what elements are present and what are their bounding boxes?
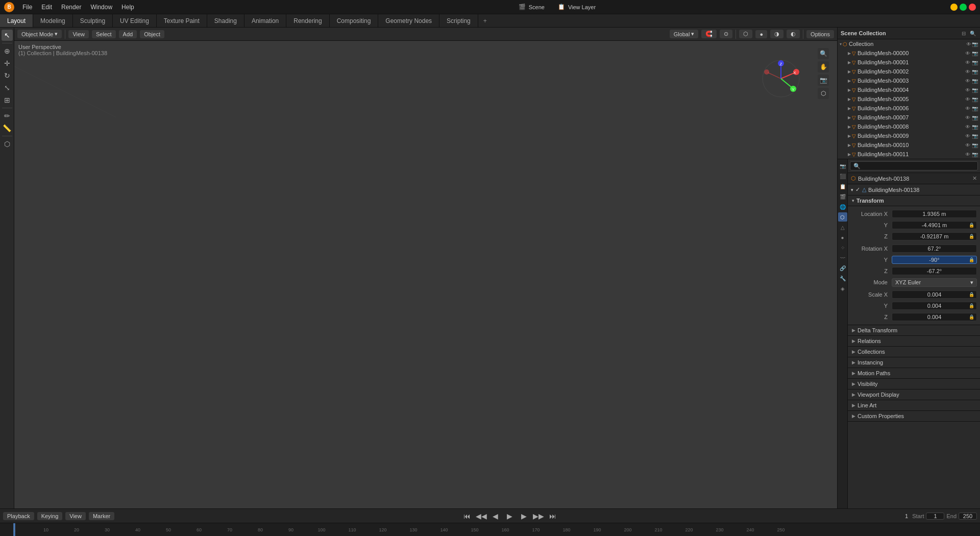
outliner-item-10[interactable]: ▶ ▽ BuildingMesh-00010 👁 📷 <box>838 140 980 150</box>
menu-window[interactable]: Window <box>86 3 116 12</box>
tab-scripting[interactable]: Scripting <box>439 14 478 27</box>
timeline-view-menu[interactable]: View <box>65 512 86 520</box>
prop-icon-view-layer[interactable]: 📋 <box>838 182 847 191</box>
options-btn[interactable]: Options <box>806 30 834 38</box>
rotation-mode-select[interactable]: XYZ Euler ▾ <box>892 278 977 287</box>
select-menu[interactable]: Select <box>92 30 116 38</box>
play-button[interactable]: ▶ <box>504 510 516 522</box>
location-z-value[interactable]: -0.92187 m 🔒 <box>892 232 977 240</box>
tool-cursor[interactable]: ⊕ <box>2 45 13 57</box>
item-render-10[interactable]: 📷 <box>972 142 978 148</box>
item-render-4[interactable]: 📷 <box>972 87 978 93</box>
object-mode-dropdown[interactable]: Object Mode ▾ <box>17 30 62 38</box>
snapping-toggle[interactable]: 🧲 <box>701 30 717 38</box>
item-vis-3[interactable]: 👁 <box>965 78 970 84</box>
item-render-5[interactable]: 📷 <box>972 96 978 102</box>
outliner-item-8[interactable]: ▶ ▽ BuildingMesh-00008 👁 📷 <box>838 122 980 131</box>
tab-uv-editing[interactable]: UV Editing <box>113 14 157 27</box>
item-render-6[interactable]: 📷 <box>972 106 978 111</box>
view-menu[interactable]: View <box>68 30 89 38</box>
add-menu[interactable]: Add <box>119 30 137 38</box>
outliner-item-2[interactable]: ▶ ▽ BuildingMesh-00002 👁 📷 <box>838 67 980 76</box>
item-render-7[interactable]: 📷 <box>972 115 978 120</box>
outliner-item-0[interactable]: ▶ ▽ BuildingMesh-00000 👁 📷 <box>838 48 980 58</box>
tool-move[interactable]: ✛ <box>2 58 13 69</box>
prop-icon-output[interactable]: ⬛ <box>838 172 847 181</box>
zoom-in-button[interactable]: 🔍 <box>818 48 829 59</box>
prop-icon-material[interactable]: ● <box>838 233 847 242</box>
root-vis-eye[interactable]: 👁 <box>966 41 971 47</box>
start-frame-input[interactable] <box>926 513 944 520</box>
item-vis-11[interactable]: 👁 <box>965 152 970 157</box>
tab-geometry-nodes[interactable]: Geometry Nodes <box>378 14 439 27</box>
tab-rendering[interactable]: Rendering <box>286 14 329 27</box>
scale-z-lock[interactable]: 🔒 <box>969 314 974 320</box>
item-vis-8[interactable]: 👁 <box>965 124 970 130</box>
item-vis-0[interactable]: 👁 <box>965 51 970 56</box>
jump-end-button[interactable]: ⏭ <box>547 510 558 522</box>
scale-x-lock[interactable]: 🔒 <box>969 292 974 297</box>
tab-sculpting[interactable]: Sculpting <box>73 14 113 27</box>
rotation-z-value[interactable]: -67.2° <box>892 267 977 275</box>
outliner-item-7[interactable]: ▶ ▽ BuildingMesh-00007 👁 📷 <box>838 113 980 122</box>
search-icon[interactable]: 🔍 <box>969 29 977 37</box>
outliner-item-4[interactable]: ▶ ▽ BuildingMesh-00004 👁 📷 <box>838 85 980 94</box>
item-vis-1[interactable]: 👁 <box>965 60 970 65</box>
section-header-2[interactable]: ▶ Collections <box>848 347 980 357</box>
menu-render[interactable]: Render <box>57 3 85 12</box>
object-button[interactable]: ⬡ <box>818 88 829 99</box>
minimize-button[interactable] <box>950 4 958 11</box>
tab-shading[interactable]: Shading <box>207 14 244 27</box>
prop-icon-scene[interactable]: 🎬 <box>838 192 847 201</box>
prop-icon-render[interactable]: 📷 <box>838 161 847 170</box>
gizmo[interactable]: X Z Y <box>761 58 801 99</box>
section-header-0[interactable]: ▶ Delta Transform <box>848 325 980 335</box>
menu-edit[interactable]: Edit <box>37 3 56 12</box>
location-y-lock[interactable]: 🔒 <box>969 223 974 228</box>
section-header-4[interactable]: ▶ Motion Paths <box>848 368 980 378</box>
item-vis-5[interactable]: 👁 <box>965 96 970 102</box>
menu-file[interactable]: File <box>18 3 36 12</box>
item-vis-7[interactable]: 👁 <box>965 115 970 120</box>
location-x-value[interactable]: 1.9365 m <box>892 210 977 218</box>
prop-icon-object[interactable]: ⬡ <box>838 212 847 222</box>
end-frame-input[interactable] <box>959 513 977 520</box>
item-vis-4[interactable]: 👁 <box>965 87 970 93</box>
location-y-value[interactable]: -4.4901 m 🔒 <box>892 221 977 229</box>
item-render-3[interactable]: 📷 <box>972 78 978 84</box>
tool-scale[interactable]: ⤡ <box>2 82 13 93</box>
item-render-8[interactable]: 📷 <box>972 124 978 130</box>
visibility-check[interactable]: ✓ <box>855 186 860 193</box>
item-render-0[interactable]: 📷 <box>972 51 978 56</box>
scale-z-value[interactable]: 0.004 🔒 <box>892 313 977 321</box>
item-vis-9[interactable]: 👁 <box>965 133 970 139</box>
section-header-3[interactable]: ▶ Instancing <box>848 357 980 368</box>
object-close-icon[interactable]: ✕ <box>972 175 977 182</box>
section-header-8[interactable]: ▶ Custom Properties <box>848 411 980 421</box>
properties-search-input[interactable] <box>850 161 978 170</box>
rotation-x-value[interactable]: 67.2° <box>892 245 977 253</box>
maximize-button[interactable] <box>960 4 967 11</box>
timeline-ruler[interactable]: 1 10 20 30 40 50 60 70 80 90 100 110 120… <box>0 523 980 536</box>
rotation-y-value[interactable]: -90° 🔒 <box>892 256 977 264</box>
jump-start-button[interactable]: ⏮ <box>461 510 473 522</box>
prop-icon-constraints[interactable]: 🔗 <box>838 263 847 273</box>
outliner-item-3[interactable]: ▶ ▽ BuildingMesh-00003 👁 📷 <box>838 76 980 85</box>
proportional-edit[interactable]: ⊙ <box>720 30 732 38</box>
item-vis-6[interactable]: 👁 <box>965 106 970 111</box>
keying-menu[interactable]: Keying <box>37 512 63 520</box>
outliner-item-11[interactable]: ▶ ▽ BuildingMesh-00011 👁 📷 <box>838 150 980 159</box>
solid-mode[interactable]: ● <box>755 30 767 38</box>
section-header-7[interactable]: ▶ Line Art <box>848 400 980 410</box>
prop-icon-physics[interactable]: 〰 <box>838 253 847 262</box>
render-preview[interactable]: ◐ <box>787 30 800 38</box>
item-render-9[interactable]: 📷 <box>972 133 978 139</box>
item-render-11[interactable]: 📷 <box>972 152 978 157</box>
tool-annotate[interactable]: ✏ <box>2 110 13 121</box>
tool-measure[interactable]: 📏 <box>2 123 13 134</box>
add-workspace-button[interactable]: + <box>478 14 492 27</box>
item-vis-10[interactable]: 👁 <box>965 142 970 148</box>
scale-y-lock[interactable]: 🔒 <box>969 303 974 308</box>
rotation-y-lock[interactable]: 🔒 <box>969 257 974 262</box>
prop-icon-world[interactable]: 🌐 <box>838 202 847 211</box>
